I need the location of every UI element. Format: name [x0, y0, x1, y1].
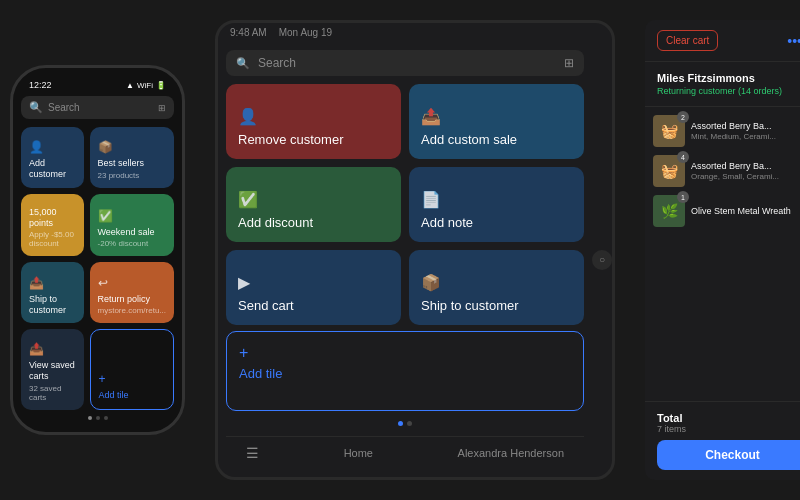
ship-label: Ship to customer: [29, 294, 76, 316]
phone-search-bar[interactable]: 🔍 Search ⊞: [21, 96, 174, 119]
tablet-tile-add-note[interactable]: 📄 Add note: [409, 167, 584, 242]
item-thumbnail-2: 🧺 4: [653, 155, 685, 187]
add-tile-phone-icon: +: [99, 372, 165, 386]
customer-name: Miles Fitzsimmons: [657, 72, 800, 84]
send-cart-label: Send cart: [238, 298, 389, 313]
phone-time: 12:22: [29, 80, 52, 90]
return-sublabel: mystore.com/retu...: [98, 306, 166, 315]
item-info-2: Assorted Berry Ba... Orange, Small, Cera…: [691, 161, 800, 182]
phone-status-icons: ▲ WiFi 🔋: [126, 81, 166, 90]
add-note-icon: 📄: [421, 190, 572, 209]
item-thumbnail-3: 🌿 1: [653, 195, 685, 227]
tablet-body: 🔍 Search ⊞ 👤 Remove customer 📤 Add custo…: [218, 42, 612, 477]
tablet-add-tile[interactable]: + Add tile: [226, 331, 584, 411]
item-info-3: Olive Stem Metal Wreath: [691, 206, 800, 217]
order-item: 🧺 2 Assorted Berry Ba... Mint, Medium, C…: [653, 115, 800, 147]
tablet-status-bar: 9:48 AM Mon Aug 19: [218, 23, 612, 42]
add-customer-label: Add customer: [29, 158, 76, 180]
add-discount-label: Add discount: [238, 215, 389, 230]
phone-tile-return-policy[interactable]: ↩ Return policy mystore.com/retu...: [90, 262, 174, 323]
more-options-button[interactable]: •••: [781, 31, 800, 51]
item-name-1: Assorted Berry Ba...: [691, 121, 800, 132]
clear-cart-button[interactable]: Clear cart: [657, 30, 718, 51]
phone-tile-add-tile[interactable]: + Add tile: [90, 329, 174, 410]
tablet-search-icon: 🔍: [236, 57, 250, 70]
customer-status: Returning customer (14 orders): [657, 86, 800, 96]
tablet-tile-add-custom-sale[interactable]: 📤 Add custom sale: [409, 84, 584, 159]
weekend-sale-icon: ✅: [98, 209, 166, 223]
tablet-tile-ship-to-customer[interactable]: 📦 Ship to customer: [409, 250, 584, 325]
saved-carts-icon: 📤: [29, 342, 76, 356]
phone-tile-points[interactable]: 15,000 points Apply -$5.00 discount: [21, 194, 84, 257]
add-discount-icon: ✅: [238, 190, 389, 209]
tablet-user-label: Alexandra Henderson: [458, 447, 564, 459]
tablet-ship-icon: 📦: [421, 273, 572, 292]
item-name-3: Olive Stem Metal Wreath: [691, 206, 800, 217]
total-label: Total: [657, 412, 800, 424]
phone-device: 12:22 ▲ WiFi 🔋 🔍 Search ⊞ 👤 Add customer…: [10, 65, 185, 435]
item-desc-1: Mint, Medium, Cerami...: [691, 132, 800, 141]
item-qty-badge-2: 4: [677, 151, 689, 163]
best-sellers-icon: 📦: [98, 140, 166, 154]
return-icon: ↩: [98, 276, 166, 290]
phone-tile-add-customer[interactable]: 👤 Add customer: [21, 127, 84, 188]
item-desc-2: Orange, Small, Cerami...: [691, 172, 800, 181]
tablet-home-label: Home: [344, 447, 373, 459]
tablet-main-area: 🔍 Search ⊞ 👤 Remove customer 📤 Add custo…: [218, 42, 592, 477]
tablet-device: 9:48 AM Mon Aug 19 🔍 Search ⊞ 👤 Remove c…: [215, 20, 615, 480]
phone-tile-weekend-sale[interactable]: ✅ Weekend sale -20% discount: [90, 194, 174, 257]
total-items: 7 items: [657, 424, 800, 434]
tab-dot-1: [398, 421, 403, 426]
phone-search-placeholder: Search: [48, 102, 80, 113]
ship-icon: 📤: [29, 276, 76, 290]
order-item: 🌿 1 Olive Stem Metal Wreath: [653, 195, 800, 227]
add-customer-icon: 👤: [29, 140, 76, 154]
tablet-ship-label: Ship to customer: [421, 298, 572, 313]
order-items-list: 🧺 2 Assorted Berry Ba... Mint, Medium, C…: [645, 107, 800, 401]
tablet-search-placeholder: Search: [258, 56, 556, 70]
saved-carts-label: View saved carts: [29, 360, 76, 382]
add-custom-sale-label: Add custom sale: [421, 132, 572, 147]
customer-section: Miles Fitzsimmons Returning customer (14…: [645, 62, 800, 107]
tablet-tile-remove-customer[interactable]: 👤 Remove customer: [226, 84, 401, 159]
phone-page-indicator: [21, 410, 174, 420]
phone-status-bar: 12:22 ▲ WiFi 🔋: [21, 80, 174, 96]
panel-footer: Total 7 items Checkout: [645, 401, 800, 480]
tablet-search-bar[interactable]: 🔍 Search ⊞: [226, 50, 584, 76]
tablet-add-tile-icon: +: [239, 344, 571, 362]
add-tile-phone-label: Add tile: [99, 390, 165, 401]
send-cart-icon: ▶: [238, 273, 389, 292]
tablet-tile-add-discount[interactable]: ✅ Add discount: [226, 167, 401, 242]
phone-tile-grid: 👤 Add customer 📦 Best sellers 23 product…: [21, 127, 174, 410]
right-panel-header: Clear cart •••: [645, 20, 800, 62]
tablet-page-indicator: [226, 417, 584, 430]
dot-3: [104, 416, 108, 420]
checkout-button[interactable]: Checkout: [657, 440, 800, 470]
phone-tile-ship-to-customer[interactable]: 📤 Ship to customer: [21, 262, 84, 323]
item-qty-badge-3: 1: [677, 191, 689, 203]
remove-customer-icon: 👤: [238, 107, 389, 126]
item-qty-badge-1: 2: [677, 111, 689, 123]
tablet-tile-send-cart[interactable]: ▶ Send cart: [226, 250, 401, 325]
phone-tile-best-sellers[interactable]: 📦 Best sellers 23 products: [90, 127, 174, 188]
points-label: 15,000 points: [29, 207, 76, 229]
tablet-date: Mon Aug 19: [279, 27, 332, 38]
weekend-sale-label: Weekend sale: [98, 227, 166, 238]
points-sublabel: Apply -$5.00 discount: [29, 230, 76, 248]
tablet-time: 9:48 AM: [230, 27, 267, 38]
best-sellers-label: Best sellers: [98, 158, 166, 169]
right-panel: Clear cart ••• Miles Fitzsimmons Returni…: [645, 20, 800, 480]
item-name-2: Assorted Berry Ba...: [691, 161, 800, 172]
tablet-bottom-bar: ☰ Home Alexandra Henderson: [226, 436, 584, 469]
return-label: Return policy: [98, 294, 166, 305]
tablet-add-tile-label: Add tile: [239, 366, 571, 381]
hamburger-icon[interactable]: ☰: [246, 445, 259, 461]
scene: 12:22 ▲ WiFi 🔋 🔍 Search ⊞ 👤 Add customer…: [10, 10, 790, 490]
tablet-home-button[interactable]: ○: [592, 250, 612, 270]
add-custom-sale-icon: 📤: [421, 107, 572, 126]
phone-tile-saved-carts[interactable]: 📤 View saved carts 32 saved carts: [21, 329, 84, 410]
item-thumbnail-1: 🧺 2: [653, 115, 685, 147]
tablet-tile-grid: 👤 Remove customer 📤 Add custom sale ✅ Ad…: [226, 84, 584, 325]
phone-grid-icon: ⊞: [158, 103, 166, 113]
tablet-side-area: ○: [592, 42, 612, 477]
